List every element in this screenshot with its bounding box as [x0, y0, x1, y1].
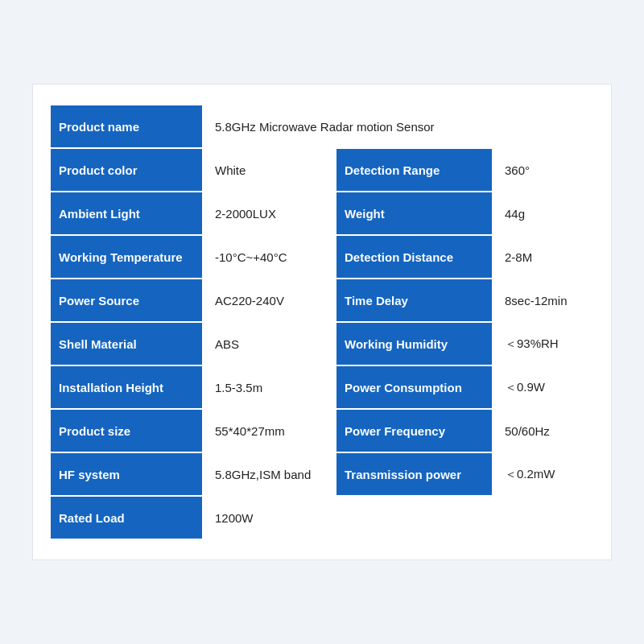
- table-row: Installation Height1.5-3.5mPower Consump…: [50, 365, 594, 409]
- row-value-0: 5.8GHz Microwave Radar motion Sensor: [203, 105, 594, 148]
- table-row: HF system5.8GHz,ISM bandTransmission pow…: [50, 452, 594, 496]
- table-row: Product name5.8GHz Microwave Radar motio…: [50, 105, 594, 148]
- row-right-label-2: Weight: [336, 192, 493, 235]
- row-right-value-3: 2-8M: [493, 235, 594, 279]
- row-label-0: Product name: [50, 105, 203, 148]
- row-left-value-2: 2-2000LUX: [203, 192, 336, 235]
- table-row: Product colorWhiteDetection Range360°: [50, 148, 594, 192]
- row-left-label-2: Ambient Light: [50, 192, 203, 235]
- row-right-label-4: Time Delay: [336, 279, 493, 322]
- row-left-value-5: ABS: [203, 322, 336, 365]
- row-left-label-1: Product color: [50, 148, 203, 192]
- row-right-label-5: Working Humidity: [336, 322, 493, 365]
- row-right-value-4: 8sec-12min: [493, 279, 594, 322]
- row-right-label-6: Power Consumption: [336, 365, 493, 409]
- row-left-label-7: Product size: [50, 409, 203, 452]
- table-row: Shell MaterialABSWorking Humidity＜93%RH: [50, 322, 594, 365]
- row-left-value-4: AC220-240V: [203, 279, 336, 322]
- row-right-label-8: Transmission power: [336, 452, 493, 496]
- table-row: Power SourceAC220-240VTime Delay8sec-12m…: [50, 279, 594, 322]
- row-right-value-6: ＜0.9W: [493, 365, 594, 409]
- row-left-value-8: 5.8GHz,ISM band: [203, 452, 336, 496]
- row-left-value-1: White: [203, 148, 336, 192]
- row-left-value-3: -10°C~+40°C: [203, 235, 336, 279]
- row-left-value-6: 1.5-3.5m: [203, 365, 336, 409]
- row-left-label-5: Shell Material: [50, 322, 203, 365]
- row-right-value-8: ＜0.2mW: [493, 452, 594, 496]
- row-right-label-3: Detection Distance: [336, 235, 493, 279]
- row-left-label-8: HF system: [50, 452, 203, 496]
- row-value-9: 1200W: [203, 496, 594, 539]
- row-left-label-4: Power Source: [50, 279, 203, 322]
- spec-card: Product name5.8GHz Microwave Radar motio…: [32, 84, 612, 560]
- row-left-label-3: Working Temperature: [50, 235, 203, 279]
- row-right-value-7: 50/60Hz: [493, 409, 594, 452]
- row-left-label-6: Installation Height: [50, 365, 203, 409]
- row-left-value-7: 55*40*27mm: [203, 409, 336, 452]
- table-row: Ambient Light2-2000LUXWeight44g: [50, 192, 594, 235]
- row-right-value-5: ＜93%RH: [493, 322, 594, 365]
- table-row: Rated Load1200W: [50, 496, 594, 539]
- spec-table: Product name5.8GHz Microwave Radar motio…: [49, 104, 595, 540]
- row-label-9: Rated Load: [50, 496, 203, 539]
- table-row: Working Temperature-10°C~+40°CDetection …: [50, 235, 594, 279]
- row-right-value-2: 44g: [493, 192, 594, 235]
- table-row: Product size55*40*27mmPower Frequency50/…: [50, 409, 594, 452]
- row-right-label-7: Power Frequency: [336, 409, 493, 452]
- row-right-value-1: 360°: [493, 148, 594, 192]
- row-right-label-1: Detection Range: [336, 148, 493, 192]
